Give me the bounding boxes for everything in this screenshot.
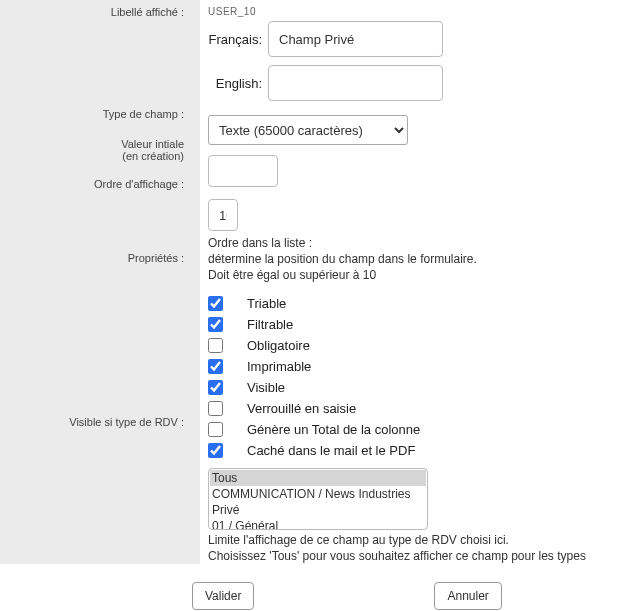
rdv-type-item[interactable]: 01 / Général (210, 518, 426, 530)
property-label: Visible (247, 380, 285, 395)
property-label: Filtrable (247, 317, 293, 332)
property-row: Obligatoire (208, 338, 630, 353)
ordre-help-2: détermine la position du champ dans le f… (208, 251, 630, 267)
property-row: Imprimable (208, 359, 630, 374)
rdv-type-item[interactable]: Privé (210, 502, 426, 518)
property-row: Visible (208, 380, 630, 395)
valider-button[interactable]: Valider (192, 582, 254, 610)
user-code-value: USER_10 (208, 2, 630, 21)
property-row: Génère un Total de la colonne (208, 422, 630, 437)
property-row: Caché dans le mail et le PDF (208, 443, 630, 458)
property-checkbox[interactable] (208, 401, 223, 416)
valeur-initiale-input[interactable] (208, 155, 278, 187)
property-row: Verrouillé en saisie (208, 401, 630, 416)
valeur-initiale-label-1: Valeur intiale (0, 138, 190, 150)
rdv-help-1: Limite l'affichage de ce champ au type d… (208, 532, 630, 548)
francais-label: Français: (208, 32, 268, 47)
property-label: Caché dans le mail et le PDF (247, 443, 415, 458)
rdv-type-item[interactable]: COMMUNICATION / News Industries (210, 486, 426, 502)
type-champ-label: Type de champ : (0, 98, 190, 120)
annuler-button[interactable]: Annuler (434, 582, 501, 610)
property-label: Verrouillé en saisie (247, 401, 356, 416)
property-checkbox[interactable] (208, 338, 223, 353)
property-label: Triable (247, 296, 286, 311)
ordre-input[interactable] (208, 199, 238, 231)
english-label: English: (208, 76, 268, 91)
english-input[interactable] (268, 65, 443, 101)
property-label: Obligatoire (247, 338, 310, 353)
francais-input[interactable] (268, 21, 443, 57)
rdv-help-2: Choisissez 'Tous' pour vous souhaitez af… (208, 548, 630, 564)
ordre-help-3: Doit être égal ou supérieur à 10 (208, 267, 630, 283)
property-checkbox[interactable] (208, 380, 223, 395)
valeur-initiale-label-2: (en création) (0, 150, 190, 162)
proprietes-label: Propriétés : (0, 252, 190, 264)
libelle-label: Libellé affiché : (0, 0, 190, 18)
type-champ-select[interactable]: Texte (65000 caractères) (208, 115, 408, 145)
rdv-type-item[interactable]: Tous (210, 470, 426, 486)
property-checkbox[interactable] (208, 443, 223, 458)
ordre-affichage-label: Ordre d'affichage : (0, 178, 190, 190)
property-label: Imprimable (247, 359, 311, 374)
property-row: Triable (208, 296, 630, 311)
ordre-help-1: Ordre dans la liste : (208, 235, 630, 251)
property-label: Génère un Total de la colonne (247, 422, 420, 437)
rdv-type-listbox[interactable]: TousCOMMUNICATION / News IndustriesPrivé… (208, 468, 428, 530)
visible-rdv-label: Visible si type de RDV : (0, 416, 190, 428)
property-row: Filtrable (208, 317, 630, 332)
property-checkbox[interactable] (208, 296, 223, 311)
property-checkbox[interactable] (208, 422, 223, 437)
property-checkbox[interactable] (208, 317, 223, 332)
property-checkbox[interactable] (208, 359, 223, 374)
